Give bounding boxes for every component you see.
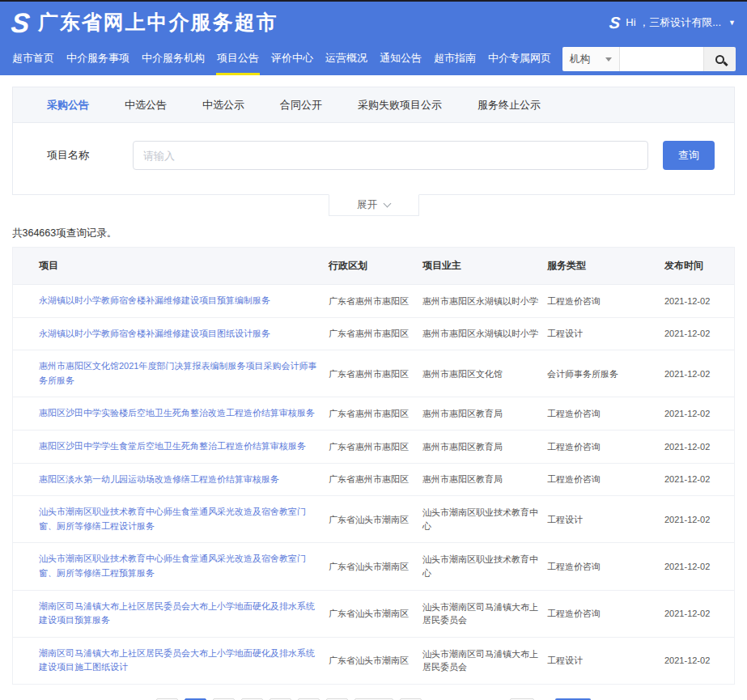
header-search-group: 机构 xyxy=(562,47,736,71)
cell-publish-date: 2021-12-02 xyxy=(664,318,734,350)
cell-publish-date: 2021-12-02 xyxy=(664,431,734,463)
nav-item[interactable]: 中介服务机构 xyxy=(141,43,206,75)
chevron-down-icon xyxy=(384,200,392,208)
nav-item[interactable]: 超市首页 xyxy=(11,43,55,75)
nav-item[interactable]: 超市指南 xyxy=(433,43,477,75)
tab-items: 采购公告中选公告中选公示合同公开采购失败项目公示服务终止公示 xyxy=(47,98,541,112)
header-search-button[interactable] xyxy=(703,47,736,71)
search-form: 项目名称 查询 xyxy=(13,123,734,194)
user-logo-icon: S xyxy=(609,15,619,31)
cell-project: 汕头市潮南区职业技术教育中心师生食堂通风采光改造及宿舍教室门窗、厕所等修缮工程预… xyxy=(13,543,329,589)
col-header-region: 行政区划 xyxy=(329,248,422,284)
result-count: 共364663项查询记录。 xyxy=(12,227,747,240)
table-row: 永湖镇以时小学教师宿舍楼补漏维修建设项目图纸设计服务 广东省惠州市惠阳区 惠州市… xyxy=(13,318,734,351)
results-table: 项目 行政区划 项目业主 服务类型 发布时间 永湖镇以时小学教师宿舍楼补漏维修建… xyxy=(12,247,735,685)
site-logo-icon: S xyxy=(10,9,29,36)
nav-item[interactable]: 通知公告 xyxy=(379,43,422,75)
cell-project: 惠阳区沙田中学实验楼后空地卫生死角整治改造工程造价结算审核服务 xyxy=(13,397,329,430)
cell-publish-date: 2021-12-02 xyxy=(664,464,734,495)
expand-label: 展开 xyxy=(357,198,377,212)
cell-project: 惠州市惠阳区文化馆2021年度部门决算报表编制服务项目采购会计师事务所服务 xyxy=(13,350,329,397)
header-search-input[interactable] xyxy=(619,47,703,71)
nav-item[interactable]: 中介专属网页 xyxy=(487,43,552,75)
cell-owner: 惠州市惠阳区教育局 xyxy=(422,464,547,495)
tab[interactable]: 采购失败项目公示 xyxy=(358,98,442,112)
project-link[interactable]: 永湖镇以时小学教师宿舍楼补漏维修建设项目图纸设计服务 xyxy=(39,329,270,338)
table-row: 惠阳区沙田中学实验楼后空地卫生死角整治改造工程造价结算审核服务 广东省惠州市惠阳… xyxy=(13,397,734,431)
project-link[interactable]: 惠州市惠阳区文化馆2021年度部门决算报表编制服务项目采购会计师事务所服务 xyxy=(39,361,316,385)
tab[interactable]: 服务终止公示 xyxy=(477,98,541,112)
filter-panel: 采购公告中选公告中选公示合同公开采购失败项目公示服务终止公示 项目名称 查询 xyxy=(12,87,735,195)
nav-item[interactable]: 中介服务事项 xyxy=(66,43,130,75)
table-row: 惠阳区淡水第一幼儿园运动场改造修缮工程造价结算审核服务 广东省惠州市惠阳区 惠州… xyxy=(13,464,734,497)
project-link[interactable]: 惠阳区沙田中学实验楼后空地卫生死角整治改造工程造价结算审核服务 xyxy=(39,408,315,418)
cell-publish-date: 2021-12-02 xyxy=(664,551,734,583)
user-menu[interactable]: S Hi ，三桥设计有限... ▼ xyxy=(609,15,736,31)
col-header-owner: 项目业主 xyxy=(422,248,547,284)
main-nav: 超市首页中介服务事项中介服务机构项目公告评价中心运营概况通知公告超市指南中介专属… xyxy=(0,43,747,75)
cell-service-type: 工程设计 xyxy=(547,504,664,536)
cell-region: 广东省汕头市潮南区 xyxy=(329,504,422,536)
cell-region: 广东省惠州市惠阳区 xyxy=(329,398,422,430)
project-link[interactable]: 惠阳区淡水第一幼儿园运动场改造修缮工程造价结算审核服务 xyxy=(39,474,279,484)
tab[interactable]: 中选公示 xyxy=(202,98,244,112)
cell-region: 广东省汕头市潮南区 xyxy=(329,598,422,630)
cell-owner: 汕头市潮南区职业技术教育中心 xyxy=(422,497,547,541)
cell-owner: 惠州市惠阳区文化馆 xyxy=(422,358,547,390)
cell-region: 广东省惠州市惠阳区 xyxy=(329,286,422,317)
user-caret-icon: ▼ xyxy=(728,19,736,27)
cell-project: 汕头市潮南区职业技术教育中心师生食堂通风采光改造及宿舍教室门窗、厕所等修缮工程设… xyxy=(13,496,329,542)
cell-publish-date: 2021-12-02 xyxy=(664,598,734,630)
project-link[interactable]: 永湖镇以时小学教师宿舍楼补漏维修建设项目预算编制服务 xyxy=(39,295,270,305)
cell-region: 广东省惠州市惠阳区 xyxy=(329,431,422,463)
cell-publish-date: 2021-12-02 xyxy=(664,645,734,677)
cell-owner: 汕头市潮南区司马浦镇大布上居民委员会 xyxy=(422,638,547,683)
cell-region: 广东省惠州市惠阳区 xyxy=(329,318,422,350)
nav-item[interactable]: 项目公告 xyxy=(216,43,260,75)
project-link[interactable]: 汕头市潮南区职业技术教育中心师生食堂通风采光改造及宿舍教室门窗、厕所等修缮工程设… xyxy=(39,507,306,531)
cell-owner: 惠州市惠阳区永湖镇以时小学 xyxy=(422,286,547,317)
project-name-input[interactable] xyxy=(133,141,648,170)
cell-service-type: 工程造价咨询 xyxy=(547,398,664,430)
cell-owner: 惠州市惠阳区教育局 xyxy=(422,431,547,463)
tab[interactable]: 中选公告 xyxy=(125,98,167,112)
cell-service-type: 会计师事务所服务 xyxy=(547,358,664,390)
table-row: 潮南区司马浦镇大布上社区居民委员会大布上小学地面硬化及排水系统建设项目施工图纸设… xyxy=(13,638,734,684)
query-button[interactable]: 查询 xyxy=(663,141,715,170)
table-header-row: 项目 行政区划 项目业主 服务类型 发布时间 xyxy=(13,248,734,285)
cell-owner: 惠州市惠阳区永湖镇以时小学 xyxy=(422,318,547,350)
tab[interactable]: 合同公开 xyxy=(280,98,322,112)
cell-region: 广东省惠州市惠阳区 xyxy=(329,358,422,390)
search-category-value: 机构 xyxy=(570,53,590,66)
site-header: S 广东省网上中介服务超市 S Hi ，三桥设计有限... ▼ 超市首页中介服务… xyxy=(0,2,747,75)
table-row: 汕头市潮南区职业技术教育中心师生食堂通风采光改造及宿舍教室门窗、厕所等修缮工程预… xyxy=(13,543,734,590)
site-title: 广东省网上中介服务超市 xyxy=(38,9,278,36)
table-row: 惠阳区沙田中学学生食堂后空地卫生死角整治工程造价结算审核服务 广东省惠州市惠阳区… xyxy=(13,431,734,464)
col-header-project: 项目 xyxy=(13,248,329,284)
project-link[interactable]: 潮南区司马浦镇大布上社区居民委员会大布上小学地面硬化及排水系统建设项目预算服务 xyxy=(39,601,315,626)
user-greeting: Hi ，三桥设计有限... xyxy=(626,15,721,30)
cell-service-type: 工程造价咨询 xyxy=(547,551,664,583)
cell-region: 广东省汕头市潮南区 xyxy=(329,551,422,583)
search-icon xyxy=(715,55,724,64)
nav-items: 超市首页中介服务事项中介服务机构项目公告评价中心运营概况通知公告超市指南中介专属… xyxy=(11,43,562,75)
nav-item[interactable]: 评价中心 xyxy=(270,43,314,75)
project-link[interactable]: 惠阳区沙田中学学生食堂后空地卫生死角整治工程造价结算审核服务 xyxy=(39,441,306,451)
project-name-label: 项目名称 xyxy=(47,148,133,163)
tab[interactable]: 采购公告 xyxy=(47,98,89,112)
header-top-row: S 广东省网上中介服务超市 S Hi ，三桥设计有限... ▼ xyxy=(0,2,747,43)
announcement-tabs: 采购公告中选公告中选公示合同公开采购失败项目公示服务终止公示 xyxy=(13,87,734,123)
cell-publish-date: 2021-12-02 xyxy=(664,358,734,390)
col-header-publish-date: 发布时间 xyxy=(664,248,734,284)
cell-owner: 惠州市惠阳区教育局 xyxy=(422,398,547,430)
project-link[interactable]: 潮南区司马浦镇大布上社区居民委员会大布上小学地面硬化及排水系统建设项目施工图纸设… xyxy=(39,648,315,672)
cell-project: 潮南区司马浦镇大布上社区居民委员会大布上小学地面硬化及排水系统建设项目施工图纸设… xyxy=(13,638,329,684)
search-category-select[interactable]: 机构 xyxy=(562,47,619,71)
table-row: 潮南区司马浦镇大布上社区居民委员会大布上小学地面硬化及排水系统建设项目预算服务 … xyxy=(13,591,734,638)
nav-item[interactable]: 运营概况 xyxy=(325,43,368,75)
expand-filters-button[interactable]: 展开 xyxy=(329,194,419,216)
cell-project: 永湖镇以时小学教师宿舍楼补漏维修建设项目预算编制服务 xyxy=(13,285,329,317)
project-link[interactable]: 汕头市潮南区职业技术教育中心师生食堂通风采光改造及宿舍教室门窗、厕所等修缮工程预… xyxy=(39,554,306,578)
cell-service-type: 工程设计 xyxy=(547,645,664,677)
cell-service-type: 工程造价咨询 xyxy=(547,286,664,317)
